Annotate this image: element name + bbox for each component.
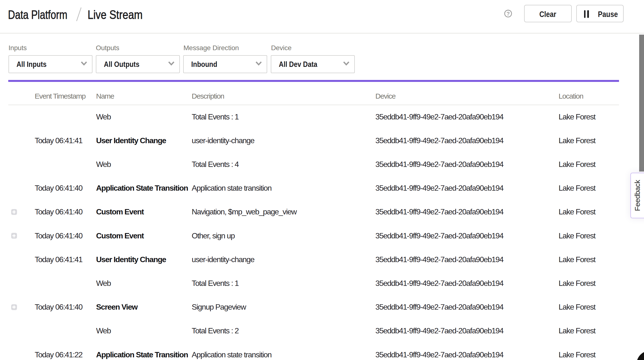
svg-text:?: ? [506, 11, 510, 17]
